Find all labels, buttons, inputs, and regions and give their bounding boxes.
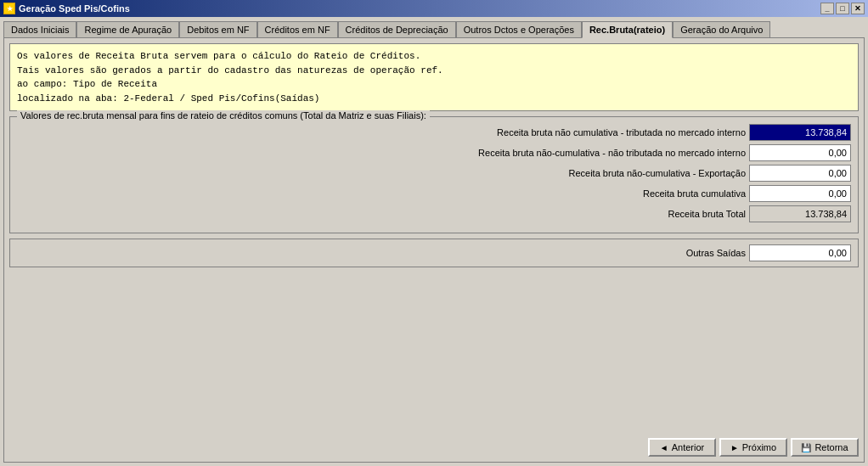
form-row-3: Receita bruta cumulativa xyxy=(17,185,851,202)
outras-saidas-group: Outras Saídas xyxy=(9,239,859,267)
app-icon: ★ xyxy=(3,3,15,14)
titlebar-controls[interactable]: _ □ ✕ xyxy=(820,3,865,14)
input-outras-saidas[interactable] xyxy=(749,244,851,261)
input-receita-cumulativa[interactable] xyxy=(749,185,851,202)
info-line-1: Os valores de Receita Bruta servem para … xyxy=(17,49,851,64)
label-4: Receita bruta Total xyxy=(668,209,746,219)
tab-bar: Dados Iniciais Regime de Apuração Debito… xyxy=(3,20,865,37)
tab-regime-apuracao[interactable]: Regime de Apuração xyxy=(76,21,179,38)
retorna-label: Retorna xyxy=(814,442,848,452)
input-receita-total xyxy=(749,205,851,222)
anterior-icon: ◄ xyxy=(660,443,668,452)
info-line-4: localizado na aba: 2-Federal / Sped Pis/… xyxy=(17,92,851,106)
form-row-0: Receita bruta não cumulativa - tributada… xyxy=(17,124,851,141)
minimize-button[interactable]: _ xyxy=(820,3,834,14)
tab-debitos-nf[interactable]: Debitos em NF xyxy=(179,21,256,38)
titlebar: ★ Geração Sped Pis/Cofins _ □ ✕ xyxy=(0,0,868,17)
maximize-button[interactable]: □ xyxy=(836,3,849,14)
form-row-2: Receita bruta não-cumulativa - Exportaçã… xyxy=(17,165,851,182)
tab-rec-bruta[interactable]: Rec.Bruta(rateio) xyxy=(582,21,673,38)
tab-creditos-depreciacao[interactable]: Créditos de Depreciação xyxy=(338,21,456,38)
close-button[interactable]: ✕ xyxy=(851,3,865,14)
info-line-2: Tais valores são gerados a partir do cad… xyxy=(17,64,851,78)
outras-saidas-label: Outras Saídas xyxy=(686,248,746,258)
proximo-icon: ► xyxy=(730,443,739,452)
bottom-bar: ◄ Anterior ► Próximo 💾 Retorna xyxy=(9,435,859,457)
groupbox: Valores de rec.bruta mensal para fins de… xyxy=(9,116,859,233)
tab-geracao-arquivo[interactable]: Geração do Arquivo xyxy=(673,21,770,38)
label-1: Receita bruta não-cumulativa - não tribu… xyxy=(478,148,746,158)
input-receita-nao-tributada[interactable] xyxy=(749,144,851,161)
tab-dados-iniciais[interactable]: Dados Iniciais xyxy=(3,21,76,38)
proximo-button[interactable]: ► Próximo xyxy=(719,438,787,457)
input-receita-exportacao[interactable] xyxy=(749,165,851,182)
titlebar-title: Geração Sped Pis/Cofins xyxy=(19,3,130,14)
retorna-button[interactable]: 💾 Retorna xyxy=(791,438,859,457)
groupbox-legend: Valores de rec.bruta mensal para fins de… xyxy=(17,110,430,121)
info-line-3: ao campo: Tipo de Receita xyxy=(17,77,851,92)
label-2: Receita bruta não-cumulativa - Exportaçã… xyxy=(569,168,747,178)
retorna-icon: 💾 xyxy=(801,443,811,452)
label-3: Receita bruta cumulativa xyxy=(643,188,746,199)
tab-creditos-nf[interactable]: Créditos em NF xyxy=(257,21,338,38)
anterior-button[interactable]: ◄ Anterior xyxy=(648,438,716,457)
anterior-label: Anterior xyxy=(672,442,705,452)
form-row-4: Receita bruta Total xyxy=(17,205,851,222)
info-box: Os valores de Receita Bruta servem para … xyxy=(9,43,859,111)
form-row-1: Receita bruta não-cumulativa - não tribu… xyxy=(17,144,851,161)
tab-outros-dctos[interactable]: Outros Dctos e Operações xyxy=(456,21,582,38)
titlebar-left: ★ Geração Sped Pis/Cofins xyxy=(3,3,130,14)
label-0: Receita bruta não cumulativa - tributada… xyxy=(497,127,746,138)
content-area: Os valores de Receita Bruta servem para … xyxy=(3,37,865,463)
input-receita-tributada[interactable] xyxy=(749,124,851,141)
proximo-label: Próximo xyxy=(742,442,776,452)
main-container: Dados Iniciais Regime de Apuração Debito… xyxy=(0,17,868,466)
